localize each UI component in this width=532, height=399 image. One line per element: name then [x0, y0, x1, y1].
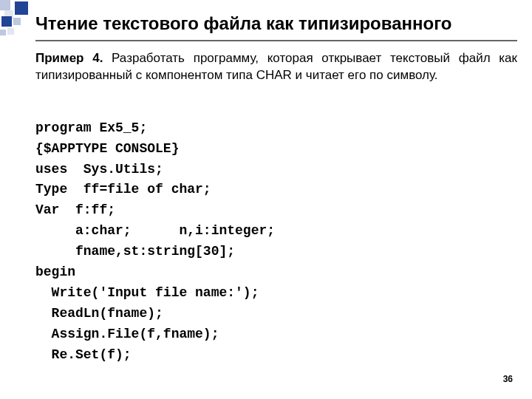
code-line: begin — [35, 265, 75, 279]
code-line: ReadLn(fname); — [35, 306, 163, 321]
task-body: Разработать программу, которая открывает… — [35, 51, 517, 82]
code-line: fname,st:string[30]; — [35, 244, 235, 259]
code-line: Assign.File(f,fname); — [35, 327, 219, 341]
title-rule — [35, 40, 517, 41]
code-line: program Ex5_5; — [35, 120, 147, 135]
slide-title: Чтение текстового файла как типизированн… — [35, 13, 517, 34]
code-line: Type ff=file of char; — [35, 182, 211, 197]
code-line: {$APPTYPE CONSOLE} — [35, 141, 179, 156]
code-line: Re.Set(f); — [35, 347, 132, 362]
code-line: Var f:ff; — [35, 202, 115, 217]
task-lead: Пример 4. — [35, 51, 103, 65]
slide-content: Чтение текстового файла как типизированн… — [0, 0, 532, 399]
code-line: uses Sys.Utils; — [35, 162, 163, 177]
corner-decoration — [0, 0, 44, 44]
task-paragraph: Пример 4. Разработать программу, которая… — [35, 50, 517, 84]
page-number: 36 — [503, 374, 513, 384]
code-line: a:char; n,i:integer; — [35, 223, 275, 238]
code-line: Write('Input file name:'); — [35, 285, 259, 300]
code-block: program Ex5_5; {$APPTYPE CONSOLE} uses S… — [35, 98, 517, 386]
